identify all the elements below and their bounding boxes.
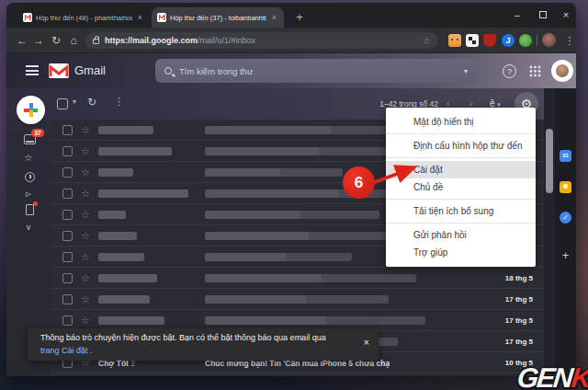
extension-idm-icon[interactable] bbox=[519, 34, 532, 47]
menu-separator bbox=[386, 157, 536, 158]
subject-redacted-blur bbox=[205, 295, 389, 304]
row-checkbox[interactable] bbox=[62, 189, 73, 199]
search-bar[interactable]: ▾ bbox=[155, 59, 477, 83]
more-options-button[interactable]: ⋮ bbox=[114, 96, 124, 108]
row-star-icon[interactable]: ☆ bbox=[81, 315, 90, 327]
subject-redacted-blur bbox=[205, 253, 352, 261]
menu-item[interactable]: Gửi phản hồi bbox=[386, 226, 536, 244]
extension-scan-icon[interactable] bbox=[466, 34, 479, 47]
menu-item[interactable]: Mật độ hiển thị bbox=[386, 113, 536, 131]
extension-j-icon[interactable]: J bbox=[502, 34, 514, 47]
address-bar[interactable]: https://mail.google.com/mail/u/1/#inbox … bbox=[85, 32, 438, 49]
menu-separator bbox=[386, 223, 536, 224]
sidebar-drafts-icon[interactable] bbox=[26, 204, 34, 215]
window-minimize-button[interactable]: – bbox=[504, 3, 530, 27]
help-button[interactable]: ? bbox=[503, 64, 516, 78]
menu-item[interactable]: Cài đặt bbox=[386, 161, 536, 178]
sender-redacted-blur bbox=[98, 232, 137, 240]
back-button[interactable]: ← bbox=[14, 28, 30, 53]
extension-face-icon[interactable] bbox=[448, 34, 461, 47]
scrollbar-thumb[interactable] bbox=[546, 129, 553, 193]
row-checkbox[interactable] bbox=[62, 315, 73, 326]
input-tools-caret-icon: ▾ bbox=[497, 101, 501, 108]
row-star-icon[interactable]: ☆ bbox=[81, 124, 90, 136]
sender-redacted-blur bbox=[98, 126, 153, 134]
search-input[interactable] bbox=[179, 66, 457, 76]
keep-icon[interactable] bbox=[560, 181, 571, 193]
browser-profile-avatar[interactable] bbox=[542, 33, 556, 47]
tab-title: Hộp thư đến (37) - toibanbanhti bbox=[170, 14, 266, 22]
row-checkbox[interactable] bbox=[62, 146, 73, 156]
reload-button[interactable]: ↻ bbox=[48, 28, 64, 53]
row-star-icon[interactable]: ☆ bbox=[81, 251, 90, 263]
email-row[interactable]: ☆ 17 thg 5 bbox=[51, 289, 544, 310]
forward-button[interactable]: → bbox=[30, 28, 47, 53]
search-options-caret-icon[interactable]: ▾ bbox=[464, 67, 468, 75]
tasks-icon[interactable]: ✓ bbox=[560, 212, 571, 224]
extension-ublock-icon[interactable] bbox=[483, 34, 496, 47]
new-tab-button[interactable]: + bbox=[291, 8, 308, 25]
sidebar-starred-icon[interactable]: ☆ bbox=[6, 152, 51, 164]
row-star-icon[interactable]: ☆ bbox=[81, 293, 90, 305]
row-star-icon[interactable]: ☆ bbox=[81, 209, 90, 221]
select-all-checkbox[interactable] bbox=[57, 98, 68, 109]
add-addon-button[interactable]: + bbox=[555, 248, 576, 262]
row-checkbox[interactable] bbox=[62, 167, 73, 178]
gmail-favicon-icon bbox=[157, 13, 166, 22]
email-date: 18 thg 5 bbox=[505, 274, 533, 282]
apps-grid-icon[interactable] bbox=[529, 65, 541, 77]
sidebar-snoozed-icon[interactable] bbox=[25, 172, 35, 182]
home-button[interactable]: ⌂ bbox=[65, 28, 82, 53]
tab-close-icon[interactable]: × bbox=[136, 13, 144, 22]
menu-item[interactable]: Trợ giúp bbox=[386, 244, 536, 261]
search-icon bbox=[164, 67, 172, 75]
sidebar-more-chevron-icon[interactable]: ∨ bbox=[6, 223, 51, 232]
sender-redacted-blur bbox=[98, 253, 144, 261]
menu-item[interactable]: Chủ đề bbox=[386, 178, 536, 196]
sender-redacted-blur bbox=[98, 274, 157, 282]
browser-navbar: ← → ↻ ⌂ https://mail.google.com/mail/u/1… bbox=[6, 28, 576, 53]
row-star-icon[interactable]: ☆ bbox=[81, 272, 90, 284]
menu-item[interactable]: Tải tiện ích bổ sung bbox=[386, 202, 536, 220]
gmail-favicon-icon bbox=[23, 13, 32, 22]
row-checkbox[interactable] bbox=[62, 231, 73, 241]
toast-close-icon[interactable]: × bbox=[364, 337, 369, 348]
row-star-icon[interactable]: ☆ bbox=[81, 230, 90, 242]
divider bbox=[537, 35, 537, 46]
email-row[interactable]: ☆ 18 thg 5 bbox=[51, 268, 544, 289]
tab-close-icon[interactable]: × bbox=[270, 13, 278, 22]
row-checkbox[interactable] bbox=[62, 294, 73, 304]
browser-menu-button[interactable]: ⋮ bbox=[563, 28, 576, 53]
toast-settings-link[interactable]: trang Cài đặt bbox=[40, 346, 88, 355]
window-maximize-button[interactable] bbox=[530, 3, 556, 27]
email-date: 17 thg 5 bbox=[505, 338, 533, 346]
toast-message: Thông báo trò chuyện hiện được bật. Bạn … bbox=[40, 333, 326, 342]
browser-titlebar: Hộp thư đến (48) - phamthaihoc × Hộp thư… bbox=[6, 3, 576, 28]
row-star-icon[interactable]: ☆ bbox=[81, 145, 90, 157]
subject-redacted-blur bbox=[205, 316, 425, 325]
tab-active[interactable]: Hộp thư đến (37) - toibanbanhti × bbox=[152, 7, 284, 28]
sidebar-sent-icon[interactable]: ▹ bbox=[6, 188, 51, 200]
compose-button[interactable] bbox=[17, 96, 45, 124]
account-avatar[interactable] bbox=[551, 60, 573, 82]
gmail-logo-icon bbox=[49, 63, 69, 78]
row-checkbox[interactable] bbox=[62, 125, 73, 135]
drafts-badge-dot bbox=[33, 201, 38, 206]
calendar-icon[interactable]: 31 bbox=[560, 150, 571, 162]
window-close-button[interactable]: × bbox=[556, 3, 576, 27]
sender-redacted-blur bbox=[98, 147, 172, 155]
row-star-icon[interactable]: ☆ bbox=[81, 188, 90, 200]
hamburger-menu-icon[interactable] bbox=[26, 65, 39, 75]
subject-redacted-blur bbox=[205, 274, 416, 282]
row-checkbox[interactable] bbox=[62, 273, 73, 283]
refresh-button[interactable]: ↻ bbox=[87, 96, 96, 109]
row-star-icon[interactable]: ☆ bbox=[81, 166, 90, 178]
lock-icon bbox=[93, 39, 99, 44]
inbox-unread-badge: 37 bbox=[31, 129, 44, 137]
bookmark-star-icon[interactable]: ☆ bbox=[423, 36, 431, 46]
row-checkbox[interactable] bbox=[62, 210, 73, 220]
tab-inactive[interactable]: Hộp thư đến (48) - phamthaihoc × bbox=[17, 7, 150, 28]
select-caret-icon[interactable]: ▾ bbox=[73, 98, 76, 106]
menu-item[interactable]: Định cấu hình hộp thư đến bbox=[386, 137, 536, 155]
row-checkbox[interactable] bbox=[62, 252, 73, 262]
